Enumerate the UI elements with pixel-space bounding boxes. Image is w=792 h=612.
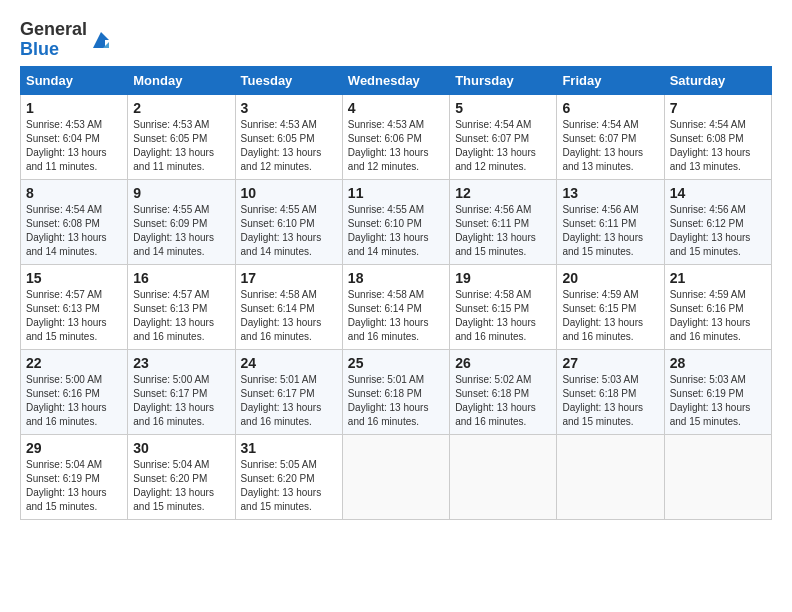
- day-info: Sunrise: 4:55 AMSunset: 6:10 PMDaylight:…: [241, 204, 322, 257]
- day-info: Sunrise: 5:03 AMSunset: 6:18 PMDaylight:…: [562, 374, 643, 427]
- calendar-cell: 26 Sunrise: 5:02 AMSunset: 6:18 PMDaylig…: [450, 349, 557, 434]
- logo: General Blue: [20, 20, 113, 60]
- header-thursday: Thursday: [450, 66, 557, 94]
- day-info: Sunrise: 5:04 AMSunset: 6:20 PMDaylight:…: [133, 459, 214, 512]
- calendar-cell: 7 Sunrise: 4:54 AMSunset: 6:08 PMDayligh…: [664, 94, 771, 179]
- day-info: Sunrise: 4:53 AMSunset: 6:05 PMDaylight:…: [241, 119, 322, 172]
- page-header: General Blue: [20, 20, 772, 60]
- day-number: 15: [26, 270, 122, 286]
- calendar-cell: 4 Sunrise: 4:53 AMSunset: 6:06 PMDayligh…: [342, 94, 449, 179]
- day-number: 30: [133, 440, 229, 456]
- day-info: Sunrise: 4:58 AMSunset: 6:15 PMDaylight:…: [455, 289, 536, 342]
- calendar-cell: 30 Sunrise: 5:04 AMSunset: 6:20 PMDaylig…: [128, 434, 235, 519]
- calendar-cell: 27 Sunrise: 5:03 AMSunset: 6:18 PMDaylig…: [557, 349, 664, 434]
- calendar-cell: 16 Sunrise: 4:57 AMSunset: 6:13 PMDaylig…: [128, 264, 235, 349]
- calendar-week-row: 8 Sunrise: 4:54 AMSunset: 6:08 PMDayligh…: [21, 179, 772, 264]
- calendar-cell: 13 Sunrise: 4:56 AMSunset: 6:11 PMDaylig…: [557, 179, 664, 264]
- header-wednesday: Wednesday: [342, 66, 449, 94]
- day-number: 19: [455, 270, 551, 286]
- calendar-cell: 21 Sunrise: 4:59 AMSunset: 6:16 PMDaylig…: [664, 264, 771, 349]
- day-info: Sunrise: 4:59 AMSunset: 6:16 PMDaylight:…: [670, 289, 751, 342]
- day-info: Sunrise: 5:03 AMSunset: 6:19 PMDaylight:…: [670, 374, 751, 427]
- day-info: Sunrise: 5:00 AMSunset: 6:17 PMDaylight:…: [133, 374, 214, 427]
- calendar-cell: 17 Sunrise: 4:58 AMSunset: 6:14 PMDaylig…: [235, 264, 342, 349]
- calendar-cell: [342, 434, 449, 519]
- day-number: 20: [562, 270, 658, 286]
- calendar-cell: 24 Sunrise: 5:01 AMSunset: 6:17 PMDaylig…: [235, 349, 342, 434]
- calendar-cell: 14 Sunrise: 4:56 AMSunset: 6:12 PMDaylig…: [664, 179, 771, 264]
- calendar-cell: [664, 434, 771, 519]
- calendar-cell: [450, 434, 557, 519]
- day-number: 6: [562, 100, 658, 116]
- day-number: 24: [241, 355, 337, 371]
- calendar-cell: 15 Sunrise: 4:57 AMSunset: 6:13 PMDaylig…: [21, 264, 128, 349]
- calendar-cell: 19 Sunrise: 4:58 AMSunset: 6:15 PMDaylig…: [450, 264, 557, 349]
- day-info: Sunrise: 5:04 AMSunset: 6:19 PMDaylight:…: [26, 459, 107, 512]
- day-number: 9: [133, 185, 229, 201]
- day-info: Sunrise: 4:53 AMSunset: 6:04 PMDaylight:…: [26, 119, 107, 172]
- calendar-cell: 11 Sunrise: 4:55 AMSunset: 6:10 PMDaylig…: [342, 179, 449, 264]
- day-number: 5: [455, 100, 551, 116]
- calendar-cell: 1 Sunrise: 4:53 AMSunset: 6:04 PMDayligh…: [21, 94, 128, 179]
- calendar-cell: 8 Sunrise: 4:54 AMSunset: 6:08 PMDayligh…: [21, 179, 128, 264]
- day-info: Sunrise: 4:59 AMSunset: 6:15 PMDaylight:…: [562, 289, 643, 342]
- day-number: 1: [26, 100, 122, 116]
- calendar-cell: 3 Sunrise: 4:53 AMSunset: 6:05 PMDayligh…: [235, 94, 342, 179]
- day-info: Sunrise: 4:56 AMSunset: 6:11 PMDaylight:…: [455, 204, 536, 257]
- day-info: Sunrise: 4:54 AMSunset: 6:07 PMDaylight:…: [455, 119, 536, 172]
- header-tuesday: Tuesday: [235, 66, 342, 94]
- calendar-cell: 31 Sunrise: 5:05 AMSunset: 6:20 PMDaylig…: [235, 434, 342, 519]
- day-number: 3: [241, 100, 337, 116]
- day-info: Sunrise: 4:57 AMSunset: 6:13 PMDaylight:…: [26, 289, 107, 342]
- calendar-cell: 22 Sunrise: 5:00 AMSunset: 6:16 PMDaylig…: [21, 349, 128, 434]
- day-number: 31: [241, 440, 337, 456]
- calendar-week-row: 22 Sunrise: 5:00 AMSunset: 6:16 PMDaylig…: [21, 349, 772, 434]
- day-number: 7: [670, 100, 766, 116]
- day-number: 11: [348, 185, 444, 201]
- day-number: 21: [670, 270, 766, 286]
- day-info: Sunrise: 4:53 AMSunset: 6:05 PMDaylight:…: [133, 119, 214, 172]
- day-info: Sunrise: 5:00 AMSunset: 6:16 PMDaylight:…: [26, 374, 107, 427]
- day-info: Sunrise: 4:54 AMSunset: 6:08 PMDaylight:…: [670, 119, 751, 172]
- day-info: Sunrise: 4:58 AMSunset: 6:14 PMDaylight:…: [241, 289, 322, 342]
- day-info: Sunrise: 5:05 AMSunset: 6:20 PMDaylight:…: [241, 459, 322, 512]
- day-number: 13: [562, 185, 658, 201]
- day-number: 28: [670, 355, 766, 371]
- day-number: 23: [133, 355, 229, 371]
- day-number: 16: [133, 270, 229, 286]
- day-info: Sunrise: 4:55 AMSunset: 6:09 PMDaylight:…: [133, 204, 214, 257]
- header-friday: Friday: [557, 66, 664, 94]
- calendar-week-row: 1 Sunrise: 4:53 AMSunset: 6:04 PMDayligh…: [21, 94, 772, 179]
- day-number: 26: [455, 355, 551, 371]
- calendar-cell: 28 Sunrise: 5:03 AMSunset: 6:19 PMDaylig…: [664, 349, 771, 434]
- day-number: 8: [26, 185, 122, 201]
- calendar-cell: 23 Sunrise: 5:00 AMSunset: 6:17 PMDaylig…: [128, 349, 235, 434]
- day-info: Sunrise: 4:57 AMSunset: 6:13 PMDaylight:…: [133, 289, 214, 342]
- day-number: 17: [241, 270, 337, 286]
- day-info: Sunrise: 4:56 AMSunset: 6:12 PMDaylight:…: [670, 204, 751, 257]
- day-info: Sunrise: 4:55 AMSunset: 6:10 PMDaylight:…: [348, 204, 429, 257]
- day-info: Sunrise: 5:01 AMSunset: 6:18 PMDaylight:…: [348, 374, 429, 427]
- day-number: 27: [562, 355, 658, 371]
- day-number: 10: [241, 185, 337, 201]
- header-saturday: Saturday: [664, 66, 771, 94]
- day-number: 14: [670, 185, 766, 201]
- calendar-cell: 20 Sunrise: 4:59 AMSunset: 6:15 PMDaylig…: [557, 264, 664, 349]
- calendar-week-row: 15 Sunrise: 4:57 AMSunset: 6:13 PMDaylig…: [21, 264, 772, 349]
- day-number: 4: [348, 100, 444, 116]
- day-number: 18: [348, 270, 444, 286]
- logo-icon: [89, 28, 113, 52]
- calendar-cell: 9 Sunrise: 4:55 AMSunset: 6:09 PMDayligh…: [128, 179, 235, 264]
- day-info: Sunrise: 4:54 AMSunset: 6:07 PMDaylight:…: [562, 119, 643, 172]
- calendar-cell: 12 Sunrise: 4:56 AMSunset: 6:11 PMDaylig…: [450, 179, 557, 264]
- calendar-week-row: 29 Sunrise: 5:04 AMSunset: 6:19 PMDaylig…: [21, 434, 772, 519]
- day-number: 25: [348, 355, 444, 371]
- day-info: Sunrise: 4:58 AMSunset: 6:14 PMDaylight:…: [348, 289, 429, 342]
- day-number: 2: [133, 100, 229, 116]
- day-info: Sunrise: 4:53 AMSunset: 6:06 PMDaylight:…: [348, 119, 429, 172]
- calendar-header-row: SundayMondayTuesdayWednesdayThursdayFrid…: [21, 66, 772, 94]
- day-number: 12: [455, 185, 551, 201]
- calendar-cell: 29 Sunrise: 5:04 AMSunset: 6:19 PMDaylig…: [21, 434, 128, 519]
- calendar-cell: 25 Sunrise: 5:01 AMSunset: 6:18 PMDaylig…: [342, 349, 449, 434]
- calendar-cell: 2 Sunrise: 4:53 AMSunset: 6:05 PMDayligh…: [128, 94, 235, 179]
